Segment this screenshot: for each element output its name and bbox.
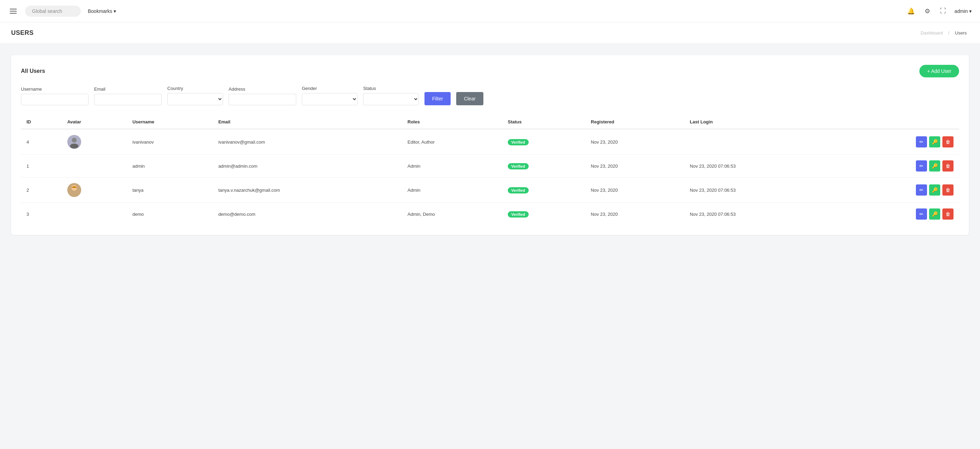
col-actions: [832, 115, 959, 129]
hamburger-button[interactable]: [8, 7, 18, 15]
edit-button[interactable]: ✏: [916, 160, 927, 172]
cell-id: 2: [21, 177, 62, 203]
svg-point-2: [70, 143, 78, 148]
hamburger-line-2: [10, 11, 17, 11]
main-content: All Users + Add User Username Email Coun…: [0, 44, 980, 246]
navbar-left: Global search Bookmarks ▾: [8, 6, 906, 17]
cell-id: 1: [21, 155, 62, 177]
filter-button[interactable]: Filter: [425, 92, 450, 105]
svg-point-1: [72, 138, 77, 143]
avatar: [67, 183, 81, 197]
cell-roles: Admin: [402, 177, 502, 203]
trash-icon: 🗑: [945, 163, 950, 169]
table-row: 4 ivanivanov ivanivanov@gmail.com Editor…: [21, 129, 959, 155]
cell-actions: ✏ 🔑 🗑: [832, 129, 959, 155]
table-row: 1 admin admin@admin.com Admin Verified N…: [21, 155, 959, 177]
col-username: Username: [127, 115, 213, 129]
cell-actions: ✏ 🔑 🗑: [832, 203, 959, 226]
status-badge: Verified: [508, 211, 529, 218]
cell-last-login: [684, 129, 832, 155]
action-buttons: ✏ 🔑 🗑: [838, 136, 953, 148]
table-row: 2 tanya tanya.v.nazarchuk@gmail.com Admi…: [21, 177, 959, 203]
status-badge: Verified: [508, 163, 529, 169]
edit-button[interactable]: ✏: [916, 209, 927, 220]
address-filter-input[interactable]: [229, 94, 296, 105]
key-button[interactable]: 🔑: [929, 209, 940, 220]
col-registered: Registered: [585, 115, 684, 129]
address-filter-group: Address: [229, 86, 296, 105]
status-filter-select[interactable]: [363, 93, 419, 105]
breadcrumb-separator: /: [948, 30, 950, 35]
notifications-button[interactable]: 🔔: [906, 6, 916, 16]
cell-id: 3: [21, 203, 62, 226]
cell-roles: Editor, Author: [402, 129, 502, 155]
users-card: All Users + Add User Username Email Coun…: [11, 55, 969, 235]
cell-registered: Nov 23, 2020: [585, 155, 684, 177]
cell-roles: Admin: [402, 155, 502, 177]
col-id: ID: [21, 115, 62, 129]
key-icon: 🔑: [932, 139, 938, 145]
key-button[interactable]: 🔑: [929, 160, 940, 172]
country-filter-group: Country: [167, 86, 223, 105]
settings-button[interactable]: ⚙: [923, 6, 932, 16]
action-buttons: ✏ 🔑 🗑: [838, 209, 953, 220]
username-filter-input[interactable]: [21, 94, 89, 105]
email-filter-group: Email: [94, 86, 162, 105]
breadcrumb-dashboard: Dashboard: [921, 30, 943, 35]
table-row: 3 demo demo@demo.com Admin, Demo Verifie…: [21, 203, 959, 226]
delete-button[interactable]: 🗑: [942, 185, 953, 196]
cell-status: Verified: [502, 177, 585, 203]
edit-button[interactable]: ✏: [916, 136, 927, 148]
avatar: [67, 135, 81, 149]
cell-username: tanya: [127, 177, 213, 203]
cell-last-login: Nov 23, 2020 07:06:53: [684, 155, 832, 177]
cell-email: ivanivanov@gmail.com: [213, 129, 402, 155]
edit-button[interactable]: ✏: [916, 185, 927, 196]
cell-avatar: [62, 177, 127, 203]
card-header: All Users + Add User: [21, 65, 959, 77]
add-user-button[interactable]: + Add User: [920, 65, 959, 77]
status-filter-label: Status: [363, 86, 419, 91]
chevron-down-icon: ▾: [969, 8, 972, 14]
cell-status: Verified: [502, 155, 585, 177]
table-body: 4 ivanivanov ivanivanov@gmail.com Editor…: [21, 129, 959, 225]
global-search-button[interactable]: Global search: [25, 6, 81, 17]
delete-button[interactable]: 🗑: [942, 209, 953, 220]
cell-registered: Nov 23, 2020: [585, 203, 684, 226]
filter-row: Username Email Country Address Gender: [21, 86, 959, 105]
pencil-icon: ✏: [920, 211, 924, 217]
cell-actions: ✏ 🔑 🗑: [832, 155, 959, 177]
clear-button[interactable]: Clear: [456, 92, 483, 105]
cell-last-login: Nov 23, 2020 07:06:53: [684, 203, 832, 226]
admin-menu-button[interactable]: admin ▾: [955, 8, 972, 14]
delete-button[interactable]: 🗑: [942, 160, 953, 172]
cell-email: demo@demo.com: [213, 203, 402, 226]
email-filter-input[interactable]: [94, 94, 162, 105]
status-badge: Verified: [508, 187, 529, 193]
fullscreen-button[interactable]: ⛶: [939, 6, 948, 16]
key-icon: 🔑: [932, 187, 938, 193]
key-button[interactable]: 🔑: [929, 185, 940, 196]
bookmarks-button[interactable]: Bookmarks ▾: [88, 8, 116, 14]
breadcrumb: Dashboard / Users: [919, 30, 969, 35]
col-email: Email: [213, 115, 402, 129]
country-filter-label: Country: [167, 86, 223, 91]
country-filter-select[interactable]: [167, 93, 223, 105]
key-button[interactable]: 🔑: [929, 136, 940, 148]
pencil-icon: ✏: [920, 139, 924, 145]
gender-filter-select[interactable]: [302, 93, 358, 105]
navbar-right: 🔔 ⚙ ⛶ admin ▾: [906, 6, 972, 16]
fullscreen-icon: ⛶: [940, 7, 946, 14]
gender-filter-label: Gender: [302, 86, 358, 91]
trash-icon: 🗑: [945, 211, 950, 217]
cell-email: admin@admin.com: [213, 155, 402, 177]
users-table: ID Avatar Username Email Roles Status Re…: [21, 115, 959, 225]
status-badge: Verified: [508, 139, 529, 145]
bell-icon: 🔔: [907, 8, 915, 14]
cell-avatar: [62, 129, 127, 155]
cell-email: tanya.v.nazarchuk@gmail.com: [213, 177, 402, 203]
cell-registered: Nov 23, 2020: [585, 177, 684, 203]
page-title: USERS: [11, 29, 34, 37]
breadcrumb-current: Users: [955, 30, 967, 35]
delete-button[interactable]: 🗑: [942, 136, 953, 148]
